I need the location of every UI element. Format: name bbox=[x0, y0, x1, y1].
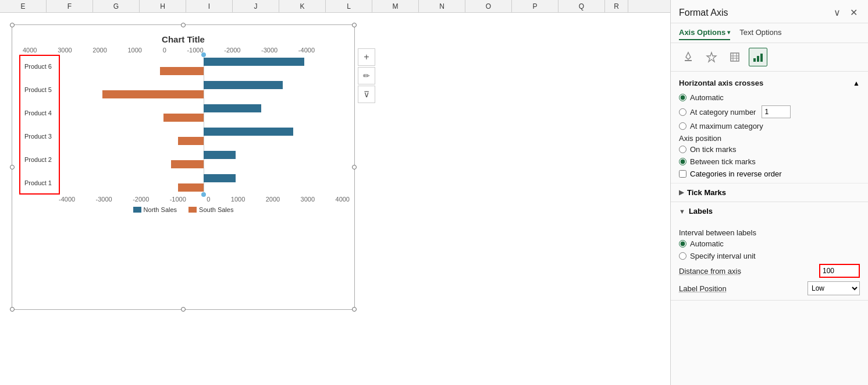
axis-bottom-label: 1000 bbox=[231, 196, 245, 203]
bar-south-3 bbox=[178, 137, 203, 145]
svg-rect-3 bbox=[731, 53, 739, 61]
labels-header[interactable]: ▼ Labels bbox=[671, 202, 868, 220]
col-header-J: J bbox=[233, 0, 279, 12]
col-header-F: F bbox=[47, 0, 93, 12]
radio-at-category-input[interactable] bbox=[679, 108, 686, 116]
fill-icon-button[interactable] bbox=[679, 48, 698, 66]
chart-options-icon bbox=[752, 51, 764, 63]
axis-bottom-label: 0 bbox=[207, 196, 210, 203]
handle-br[interactable] bbox=[352, 307, 357, 312]
labels-content: Interval between labels Automatic Specif… bbox=[671, 220, 868, 300]
col-header-R: R bbox=[605, 0, 628, 12]
axis-bottom-label: 2000 bbox=[266, 196, 280, 203]
labels-section: ▼ Labels Interval between labels Automat… bbox=[671, 202, 868, 301]
categories-reverse-checkbox[interactable] bbox=[679, 170, 686, 178]
bar-row-product6 bbox=[59, 55, 347, 78]
col-header-M: M bbox=[372, 0, 419, 12]
handle-tr[interactable] bbox=[352, 23, 357, 27]
axis-bottom-label: -4000 bbox=[59, 196, 75, 203]
radio-between-tick-input[interactable] bbox=[679, 158, 686, 165]
handle-mr[interactable] bbox=[352, 165, 357, 169]
column-headers: EFGHIJKLMNOPQR bbox=[0, 0, 670, 13]
radio-at-maximum-label: At maximum category bbox=[690, 122, 763, 130]
radio-interval-auto-input[interactable] bbox=[679, 240, 686, 248]
interval-radio-group: Automatic Specify interval unit bbox=[679, 239, 860, 260]
category-number-input[interactable] bbox=[762, 105, 791, 118]
tick-marks-section: ▶ Tick Marks bbox=[671, 183, 868, 202]
radio-between-tick: Between tick marks bbox=[679, 157, 860, 166]
chart-options-icon-button[interactable] bbox=[749, 48, 767, 66]
tab-text-options[interactable]: Text Options bbox=[739, 28, 781, 40]
tab-axis-options[interactable]: Axis Options ▾ bbox=[679, 28, 730, 40]
panel-close-button[interactable]: ✕ bbox=[848, 6, 860, 19]
radio-automatic-input[interactable] bbox=[679, 94, 686, 101]
svg-rect-10 bbox=[760, 54, 763, 62]
chart-container[interactable]: Chart Title 40003000200010000-1000-2000-… bbox=[12, 24, 355, 310]
radio-on-tick-input[interactable] bbox=[679, 146, 686, 153]
panel-title: Format Axis bbox=[679, 8, 728, 18]
legend-south-color bbox=[188, 207, 197, 213]
col-header-E: E bbox=[0, 0, 47, 12]
axis-top: 40003000200010000-1000-2000-3000-4000 bbox=[17, 47, 350, 54]
handle-bm[interactable] bbox=[181, 307, 186, 312]
radio-on-tick: On tick marks bbox=[679, 145, 860, 154]
axis-dot-bottom bbox=[201, 192, 206, 197]
chart-add-button[interactable]: + bbox=[358, 48, 375, 66]
radio-between-tick-label: Between tick marks bbox=[690, 157, 756, 166]
bar-north-5 bbox=[204, 174, 236, 182]
axis-bottom-label: 4000 bbox=[336, 196, 350, 203]
radio-interval-specify: Specify interval unit bbox=[679, 252, 860, 260]
size-icon-button[interactable] bbox=[725, 48, 744, 66]
axis-bottom-label: 3000 bbox=[301, 196, 315, 203]
panel-header: Format Axis ∨ ✕ bbox=[671, 0, 868, 23]
axis-top-label: 3000 bbox=[58, 47, 72, 54]
chart-title: Chart Title bbox=[17, 34, 350, 44]
axis-position-radio-group: On tick marks Between tick marks bbox=[679, 145, 860, 166]
legend-north: North Sales bbox=[133, 206, 177, 213]
svg-rect-8 bbox=[753, 58, 756, 62]
horizontal-axis-crosses-header[interactable]: Horizontal axis crosses ▲ bbox=[679, 76, 860, 90]
fill-icon bbox=[682, 51, 694, 63]
radio-automatic-label: Automatic bbox=[690, 93, 724, 102]
col-header-P: P bbox=[512, 0, 558, 12]
col-header-L: L bbox=[326, 0, 372, 12]
radio-interval-specify-input[interactable] bbox=[679, 252, 686, 260]
axis-top-label: -4000 bbox=[298, 47, 315, 54]
y-label-product1: Product 1 bbox=[19, 171, 53, 195]
chart-style-button[interactable]: ✏ bbox=[358, 67, 375, 84]
handle-tm[interactable] bbox=[181, 23, 186, 27]
handle-ml[interactable] bbox=[10, 165, 15, 169]
chart-filter-button[interactable]: ⊽ bbox=[358, 86, 375, 103]
axis-bottom-label: -1000 bbox=[170, 196, 186, 203]
bar-south-5 bbox=[178, 183, 203, 192]
categories-reverse-row: Categories in reverse order bbox=[679, 169, 860, 178]
col-header-Q: Q bbox=[558, 0, 605, 12]
axis-top-label: 4000 bbox=[23, 47, 37, 54]
radio-at-maximum-input[interactable] bbox=[679, 122, 686, 130]
legend-north-color bbox=[133, 207, 141, 213]
legend-south: South Sales bbox=[188, 206, 233, 213]
axis-dot-top bbox=[201, 52, 206, 57]
y-label-product5: Product 5 bbox=[19, 78, 53, 101]
tab-text-options-label: Text Options bbox=[739, 28, 781, 37]
bar-south-4 bbox=[171, 160, 204, 168]
label-position-select[interactable]: Low High Next to axis None bbox=[807, 281, 860, 295]
handle-tl[interactable] bbox=[10, 23, 15, 27]
col-header-I: I bbox=[186, 0, 233, 12]
handle-bl[interactable] bbox=[10, 307, 15, 312]
bar-row-product2 bbox=[59, 148, 347, 171]
y-label-product2: Product 2 bbox=[19, 148, 53, 171]
distance-from-axis-input[interactable] bbox=[819, 264, 860, 278]
tick-marks-header[interactable]: ▶ Tick Marks bbox=[671, 183, 868, 202]
panel-content: Horizontal axis crosses ▲ Automatic At c… bbox=[671, 72, 868, 385]
bar-south-0 bbox=[160, 67, 203, 75]
labels-arrow: ▼ bbox=[679, 208, 685, 215]
col-header-H: H bbox=[140, 0, 186, 12]
bar-row-product3 bbox=[59, 125, 347, 148]
horizontal-axis-crosses-section: Horizontal axis crosses ▲ Automatic At c… bbox=[671, 72, 868, 183]
effects-icon-button[interactable] bbox=[702, 48, 721, 66]
tab-axis-options-chevron: ▾ bbox=[727, 29, 730, 36]
panel-minimize-button[interactable]: ∨ bbox=[831, 6, 843, 19]
spreadsheet-area: EFGHIJKLMNOPQR Chart Title 4000300020001… bbox=[0, 0, 670, 385]
spreadsheet-content: Chart Title 40003000200010000-1000-2000-… bbox=[0, 13, 670, 385]
